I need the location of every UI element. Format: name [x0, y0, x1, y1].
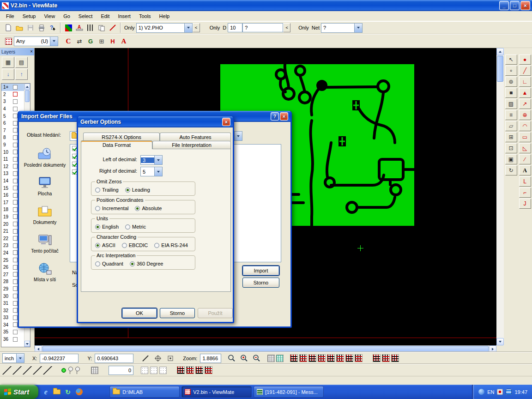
- radio-option[interactable]: Absolute: [135, 206, 162, 211]
- dcode-value-field[interactable]: 10: [228, 23, 242, 32]
- minimize-button[interactable]: _: [499, 1, 509, 10]
- layer-color-box[interactable]: [13, 107, 18, 111]
- firefox-icon[interactable]: [74, 387, 84, 397]
- layer-color-box[interactable]: [13, 222, 18, 226]
- palette-tool-left-7-icon[interactable]: ⊞: [505, 132, 517, 142]
- aperture-colors-icon[interactable]: [63, 22, 74, 33]
- palette-tool-right-10-icon[interactable]: A: [519, 165, 531, 175]
- layer-color-box[interactable]: [13, 114, 18, 118]
- taskbar-task-2[interactable]: [191-482-091] - Mess...: [254, 386, 324, 398]
- place-documents[interactable]: Dokumenty: [23, 204, 67, 225]
- radio-unselected-icon[interactable]: [95, 261, 100, 266]
- radio-selected-icon[interactable]: [95, 224, 100, 230]
- cancel-button[interactable]: Storno: [160, 308, 195, 318]
- layer-color-box[interactable]: [13, 164, 18, 169]
- palette-tool-right-11-icon[interactable]: L: [519, 176, 531, 187]
- scroll-down-icon[interactable]: [24, 341, 30, 347]
- pattern-11-icon[interactable]: [391, 354, 399, 362]
- layer-color-box[interactable]: [13, 128, 18, 133]
- canvas-vertical-scrollbar[interactable]: [496, 48, 504, 345]
- status-green-dot-icon[interactable]: [61, 368, 66, 373]
- sheets-icon[interactable]: [96, 22, 107, 33]
- layer-color-box[interactable]: [13, 258, 18, 262]
- folder-icon[interactable]: [52, 387, 61, 397]
- palette-tool-left-8-icon[interactable]: ⊡: [505, 143, 517, 153]
- apply-button[interactable]: Použít: [198, 308, 233, 318]
- palette-tool-left-2-icon[interactable]: ⊚: [505, 77, 517, 87]
- layer-row-selected[interactable]: 1+: [1, 84, 24, 91]
- place-computer[interactable]: Tento počítač: [23, 233, 67, 254]
- aperture-type-combo[interactable]: Any (U): [14, 36, 58, 46]
- ok-button[interactable]: OK: [122, 308, 157, 318]
- menu-item-help[interactable]: Help: [155, 12, 174, 20]
- radio-selected-icon[interactable]: [130, 261, 135, 266]
- layer-color-box[interactable]: [13, 207, 18, 212]
- menu-item-view[interactable]: View: [40, 12, 59, 20]
- layer-row[interactable]: 35: [1, 328, 24, 336]
- layers-tool-3-icon[interactable]: ↑: [15, 69, 28, 80]
- diagonal-line-icon[interactable]: [107, 22, 118, 33]
- ruler-1-icon[interactable]: [2, 366, 12, 375]
- taskbar-task-1[interactable]: V2.bin - ViewMate: [181, 386, 252, 398]
- palette-tool-right-13-icon[interactable]: J: [519, 199, 531, 209]
- left-of-decimal-combo[interactable]: 3: [140, 155, 163, 165]
- place-desktop[interactable]: Plocha: [23, 175, 67, 196]
- close-button[interactable]: ×: [520, 1, 530, 10]
- gerber-dialog-titlebar[interactable]: Gerber Options ×: [78, 116, 233, 127]
- radio-option[interactable]: Metric: [125, 224, 146, 230]
- zoom-lens-icon[interactable]: [226, 353, 237, 364]
- menu-item-go[interactable]: Go: [59, 12, 74, 20]
- chevron-down-icon[interactable]: [354, 24, 362, 32]
- layer-color-box[interactable]: [13, 294, 18, 298]
- pattern-3-icon[interactable]: [308, 354, 316, 362]
- layer-color-box[interactable]: [13, 92, 18, 97]
- layer-color-box[interactable]: [13, 286, 18, 291]
- menu-item-edit[interactable]: Edit: [97, 12, 114, 20]
- grid-step-field[interactable]: 0: [109, 366, 133, 375]
- layer-color-box[interactable]: [13, 243, 18, 248]
- open-folder-icon[interactable]: [14, 22, 25, 33]
- right-of-decimal-combo[interactable]: 5: [140, 167, 163, 176]
- prev-layer-button[interactable]: <: [193, 23, 200, 32]
- scrollbar-thumb[interactable]: [25, 90, 30, 102]
- close-button[interactable]: ×: [280, 112, 288, 121]
- pattern-c-icon[interactable]: [195, 366, 203, 374]
- tab-data-format[interactable]: Data Format: [81, 140, 152, 149]
- ruler-5-icon[interactable]: [43, 366, 52, 375]
- ruler-3-icon[interactable]: [23, 366, 32, 375]
- pattern-8-icon[interactable]: [355, 354, 363, 362]
- origin-marker-icon[interactable]: [165, 353, 176, 364]
- radio-option[interactable]: 360 Degree: [130, 261, 163, 266]
- pattern-d-icon[interactable]: [205, 366, 212, 374]
- close-button[interactable]: ×: [222, 118, 230, 126]
- chevron-down-icon[interactable]: [234, 132, 242, 140]
- layers-tool-1-icon[interactable]: ▤: [15, 57, 28, 68]
- radio-option[interactable]: Trailing: [95, 187, 119, 193]
- aperture-tool-button-2[interactable]: G: [85, 36, 96, 47]
- pattern-6-icon[interactable]: [336, 354, 344, 362]
- prev-dcode-button[interactable]: <: [283, 23, 290, 32]
- palette-tool-right-2-icon[interactable]: ∟: [519, 77, 531, 87]
- aperture-grid-icon[interactable]: [3, 36, 14, 47]
- bars-icon[interactable]: [85, 22, 96, 33]
- radio-option[interactable]: EIA RS-244: [154, 242, 187, 248]
- palette-tool-right-9-icon[interactable]: ∕: [519, 154, 531, 164]
- radio-unselected-icon[interactable]: [122, 243, 127, 248]
- probe-icon[interactable]: [74, 366, 80, 375]
- scrollbar-track[interactable]: [496, 82, 504, 338]
- aperture-tool-button-4[interactable]: H: [107, 36, 118, 47]
- layers-panel-titlebar[interactable]: Layers ×: [0, 48, 34, 55]
- radio-option[interactable]: Quadrant: [95, 261, 123, 266]
- dots-2-icon[interactable]: [150, 367, 157, 374]
- refresh-icon[interactable]: ↻: [63, 387, 73, 397]
- taskbar-task-0[interactable]: D:\MLAB: [109, 386, 180, 398]
- layer-color-box[interactable]: [13, 157, 18, 162]
- start-button[interactable]: Start: [0, 385, 38, 399]
- layer-color-box[interactable]: [13, 193, 18, 198]
- diagonal-measure-icon[interactable]: [140, 353, 151, 364]
- layer-color-box[interactable]: [13, 279, 18, 284]
- pattern-9-icon[interactable]: [373, 354, 381, 362]
- grid-plain-icon[interactable]: [267, 355, 275, 362]
- layer-color-box[interactable]: [13, 150, 18, 154]
- palette-tool-right-0-icon[interactable]: ●: [519, 54, 531, 65]
